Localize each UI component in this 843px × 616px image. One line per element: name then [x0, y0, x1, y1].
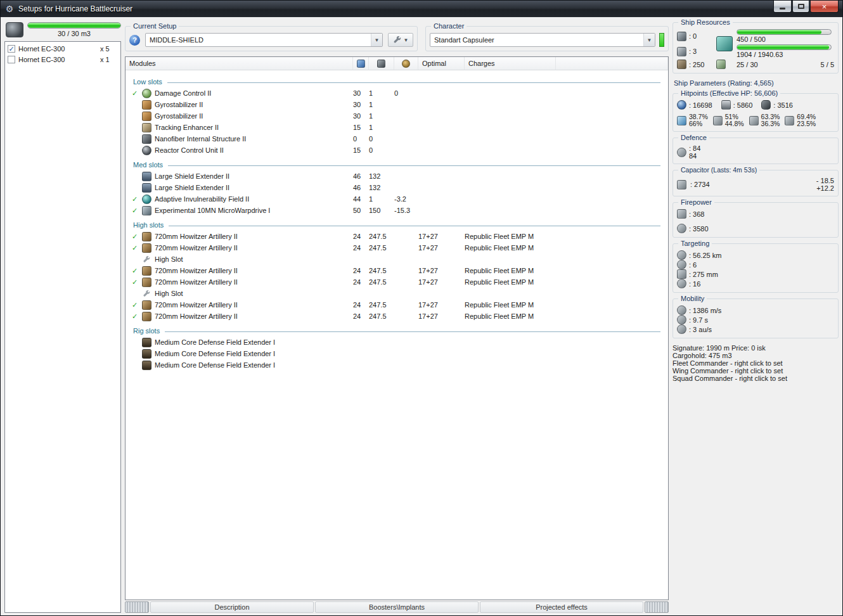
ship-parameters-title: Ship Parameters (Rating: 4,565) — [674, 79, 839, 87]
module-charge: Republic Fleet EMP M — [465, 244, 668, 252]
minimize-button[interactable] — [773, 1, 792, 13]
drone-list[interactable]: ✓ Hornet EC-300 x 5 Hornet EC-300 x 1 — [4, 41, 121, 613]
capacitor-column-icon[interactable] — [402, 60, 410, 68]
module-row[interactable]: ✓ Damage Control II 30 1 0 — [125, 87, 668, 99]
targeting-group: Targeting : 56.25 km : 6 : 275 mm : 16 — [672, 243, 839, 293]
current-setup-label: Current Setup — [131, 22, 179, 30]
price-value: Price: 0 isk — [731, 344, 766, 352]
powergrid-column-icon[interactable] — [377, 60, 385, 68]
module-name: Reactor Control Unit II — [155, 146, 353, 154]
module-powergrid: 0 — [369, 146, 394, 154]
capacitor-peak-delta: - 18.5 — [816, 177, 834, 184]
drone-list-item[interactable]: ✓ Hornet EC-300 x 5 — [5, 43, 120, 54]
tools-button[interactable]: ▼ — [388, 33, 413, 47]
maximize-button[interactable] — [792, 1, 809, 13]
fleet-commander-slot[interactable]: Fleet Commander - right click to set — [672, 359, 839, 367]
module-row[interactable]: Large Shield Extender II 46 132 — [125, 170, 668, 182]
module-row[interactable]: Medium Core Defense Field Extender I — [125, 337, 668, 348]
module-name: Medium Core Defense Field Extender I — [155, 338, 353, 346]
module-row[interactable]: ✓ 720mm Howitzer Artillery II 24 247.5 1… — [125, 276, 668, 288]
max-velocity-icon — [677, 305, 686, 315]
empty-slot-label: High Slot — [155, 255, 353, 263]
module-row[interactable]: ✓ Experimental 10MN MicroWarpdrive I 50 … — [125, 205, 668, 216]
module-row-empty[interactable]: High Slot — [125, 288, 668, 299]
drone-list-item[interactable]: Hornet EC-300 x 1 — [5, 54, 120, 65]
tab-label: Description — [214, 603, 249, 611]
module-name: 720mm Howitzer Artillery II — [155, 278, 353, 286]
drone-bay-icon — [6, 22, 23, 37]
chevron-down-icon[interactable]: ▼ — [371, 34, 382, 46]
module-name: Gyrostabilizer II — [155, 101, 353, 108]
close-button[interactable]: × — [810, 1, 839, 13]
module-name: 720mm Howitzer Artillery II — [155, 312, 353, 320]
sensor-strength-icon — [677, 279, 686, 288]
shield-extender-icon — [142, 183, 151, 193]
cpu-value: 450 / 500 — [737, 35, 832, 43]
module-charge: Republic Fleet EMP M — [465, 301, 668, 309]
tab-projected-effects[interactable]: Projected effects — [480, 601, 643, 613]
gyrostabilizer-icon — [142, 112, 151, 121]
module-powergrid: 247.5 — [369, 267, 394, 274]
module-name: Medium Core Defense Field Extender I — [155, 361, 353, 369]
signature-value: Signature: 1990 m — [672, 344, 730, 352]
section-divider — [167, 82, 660, 83]
module-optimal: 17+27 — [418, 301, 465, 309]
module-row[interactable]: Medium Core Defense Field Extender I — [125, 348, 668, 359]
module-row[interactable]: Reactor Control Unit II 15 0 — [125, 144, 668, 156]
section-header-med-slots: Med slots — [133, 161, 660, 169]
help-icon[interactable]: ? — [129, 35, 140, 46]
capacitor-value: : 2734 — [690, 181, 710, 188]
drone-checkbox[interactable] — [8, 56, 15, 63]
calibration-icon — [677, 60, 686, 69]
module-row[interactable]: Gyrostabilizer II 30 1 — [125, 110, 668, 122]
modules-table-header[interactable]: Modules Optimal Charges — [125, 57, 668, 70]
optimal-column-header[interactable]: Optimal — [418, 57, 465, 70]
align-time-value: : 9.7 s — [689, 316, 708, 324]
module-row[interactable]: ✓ 720mm Howitzer Artillery II 24 247.5 1… — [125, 311, 668, 322]
squad-commander-slot[interactable]: Squad Commander - right click to set — [672, 375, 839, 382]
cpu-column-icon[interactable] — [357, 60, 365, 68]
setup-select[interactable]: MIDDLE-SHIELD ▼ — [145, 33, 383, 47]
tab-boosters-implants[interactable]: Boosters\Implants — [315, 601, 479, 613]
tab-description[interactable]: Description — [150, 601, 314, 613]
drone-slots-value: 5 / 5 — [821, 61, 834, 68]
wrench-icon — [393, 35, 402, 44]
drone-checkbox[interactable]: ✓ — [8, 45, 15, 53]
turret-hardpoints-value: : 0 — [689, 32, 697, 40]
module-row[interactable]: ✓ 720mm Howitzer Artillery II 24 247.5 1… — [125, 231, 668, 242]
module-row[interactable]: Large Shield Extender II 46 132 — [125, 182, 668, 193]
module-powergrid: 1 — [369, 124, 394, 131]
module-row[interactable]: ✓ 720mm Howitzer Artillery II 24 247.5 1… — [125, 299, 668, 311]
module-name: 720mm Howitzer Artillery II — [155, 267, 353, 274]
module-row[interactable]: ✓ 720mm Howitzer Artillery II 24 247.5 1… — [125, 242, 668, 253]
module-row[interactable]: Nanofiber Internal Structure II 0 0 — [125, 133, 668, 144]
bottom-left-grip-button[interactable] — [125, 601, 149, 613]
chevron-down-icon[interactable]: ▼ — [643, 34, 655, 46]
module-row[interactable]: Tracking Enhancer II 15 1 — [125, 122, 668, 133]
shield-rig-icon — [142, 349, 151, 359]
tracking-enhancer-icon — [142, 123, 151, 132]
powergrid-value: 1904 / 1940.63 — [737, 51, 832, 58]
max-targets-value: : 6 — [689, 261, 697, 269]
character-select[interactable]: Standart Capsuleer ▼ — [430, 33, 655, 47]
modules-column-header[interactable]: Modules — [125, 57, 353, 70]
module-name: Large Shield Extender II — [155, 184, 353, 191]
module-row[interactable]: ✓ Adaptive Invulnerability Field II 44 1… — [125, 193, 668, 205]
module-cpu: 24 — [353, 278, 369, 286]
firepower-group: Firepower : 368 : 3580 — [672, 202, 839, 238]
capacitor-recharge-delta: +12.2 — [816, 184, 834, 192]
wing-commander-slot[interactable]: Wing Commander - right click to set — [672, 367, 839, 375]
bottom-right-grip-button[interactable] — [645, 601, 669, 613]
tab-label: Projected effects — [536, 603, 588, 611]
module-row[interactable]: Gyrostabilizer II 30 1 — [125, 99, 668, 110]
module-row[interactable]: ✓ 720mm Howitzer Artillery II 24 247.5 1… — [125, 265, 668, 276]
module-cpu: 46 — [353, 184, 369, 191]
module-row-empty[interactable]: High Slot — [125, 253, 668, 265]
titlebar[interactable]: ⚙ Setups for Hurricane Battlecruiser × — [1, 1, 842, 17]
app-window: ⚙ Setups for Hurricane Battlecruiser × 3… — [0, 0, 843, 616]
targeting-range-icon — [677, 250, 686, 260]
fitted-check-icon: ✓ — [132, 89, 142, 98]
hitpoints-group: Hitpoints (Effective HP: 56,606) : 16698… — [672, 93, 839, 132]
charges-column-header[interactable]: Charges — [465, 57, 556, 70]
module-row[interactable]: Medium Core Defense Field Extender I — [125, 359, 668, 371]
